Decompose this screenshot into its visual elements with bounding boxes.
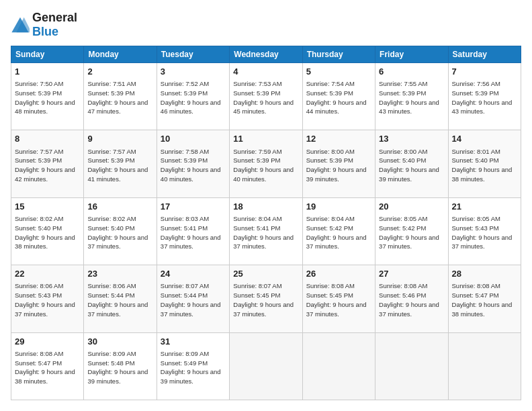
calendar-cell bbox=[448, 332, 521, 400]
calendar-cell: 3 Sunrise: 7:52 AMSunset: 5:39 PMDayligh… bbox=[157, 63, 229, 130]
day-info: Sunrise: 7:51 AMSunset: 5:39 PMDaylight:… bbox=[87, 80, 148, 115]
calendar-cell: 15 Sunrise: 8:02 AMSunset: 5:40 PMDaylig… bbox=[11, 197, 84, 265]
calendar-cell: 17 Sunrise: 8:03 AMSunset: 5:41 PMDaylig… bbox=[157, 197, 229, 265]
day-number: 18 bbox=[233, 201, 298, 213]
calendar-cell: 25 Sunrise: 8:07 AMSunset: 5:45 PMDaylig… bbox=[230, 265, 302, 332]
calendar-cell bbox=[375, 332, 448, 400]
day-info: Sunrise: 8:07 AMSunset: 5:44 PMDaylight:… bbox=[161, 282, 221, 317]
day-header-tuesday: Tuesday bbox=[157, 46, 229, 63]
day-info: Sunrise: 7:57 AMSunset: 5:39 PMDaylight:… bbox=[87, 148, 148, 183]
calendar-cell: 21 Sunrise: 8:05 AMSunset: 5:43 PMDaylig… bbox=[448, 197, 521, 265]
day-info: Sunrise: 7:59 AMSunset: 5:39 PMDaylight:… bbox=[233, 148, 294, 183]
day-info: Sunrise: 8:09 AMSunset: 5:49 PMDaylight:… bbox=[161, 350, 221, 385]
day-info: Sunrise: 7:53 AMSunset: 5:39 PMDaylight:… bbox=[233, 80, 294, 115]
day-header-thursday: Thursday bbox=[302, 46, 375, 63]
day-number: 28 bbox=[452, 268, 517, 280]
day-number: 27 bbox=[379, 268, 444, 280]
day-info: Sunrise: 8:07 AMSunset: 5:45 PMDaylight:… bbox=[233, 282, 294, 317]
day-number: 29 bbox=[15, 336, 80, 348]
day-number: 6 bbox=[379, 66, 444, 78]
page: General Blue SundayMondayTuesdayWednesda… bbox=[0, 0, 532, 411]
day-number: 30 bbox=[87, 336, 152, 348]
day-info: Sunrise: 8:02 AMSunset: 5:40 PMDaylight:… bbox=[15, 215, 75, 250]
calendar-cell: 4 Sunrise: 7:53 AMSunset: 5:39 PMDayligh… bbox=[230, 63, 302, 130]
calendar-cell: 6 Sunrise: 7:55 AMSunset: 5:39 PMDayligh… bbox=[375, 63, 448, 130]
calendar-cell: 22 Sunrise: 8:06 AMSunset: 5:43 PMDaylig… bbox=[11, 265, 84, 332]
calendar-cell: 18 Sunrise: 8:04 AMSunset: 5:41 PMDaylig… bbox=[230, 197, 302, 265]
day-number: 13 bbox=[379, 133, 444, 145]
day-number: 24 bbox=[161, 268, 226, 280]
day-info: Sunrise: 8:04 AMSunset: 5:42 PMDaylight:… bbox=[306, 215, 367, 250]
calendar-cell: 1 Sunrise: 7:50 AMSunset: 5:39 PMDayligh… bbox=[11, 63, 84, 130]
day-info: Sunrise: 8:08 AMSunset: 5:47 PMDaylight:… bbox=[452, 282, 513, 317]
day-number: 10 bbox=[161, 133, 226, 145]
day-number: 12 bbox=[306, 133, 371, 145]
calendar-cell: 20 Sunrise: 8:05 AMSunset: 5:42 PMDaylig… bbox=[375, 197, 448, 265]
calendar-cell: 24 Sunrise: 8:07 AMSunset: 5:44 PMDaylig… bbox=[157, 265, 229, 332]
day-info: Sunrise: 7:52 AMSunset: 5:39 PMDaylight:… bbox=[161, 80, 221, 115]
day-number: 5 bbox=[306, 66, 371, 78]
day-info: Sunrise: 7:58 AMSunset: 5:39 PMDaylight:… bbox=[161, 148, 221, 183]
logo-icon bbox=[11, 15, 30, 34]
logo: General Blue bbox=[11, 11, 77, 39]
calendar-cell: 19 Sunrise: 8:04 AMSunset: 5:42 PMDaylig… bbox=[302, 197, 375, 265]
day-number: 7 bbox=[452, 66, 517, 78]
day-header-friday: Friday bbox=[375, 46, 448, 63]
day-number: 20 bbox=[379, 201, 444, 213]
calendar-cell: 31 Sunrise: 8:09 AMSunset: 5:49 PMDaylig… bbox=[157, 332, 229, 400]
calendar-cell bbox=[230, 332, 302, 400]
calendar-cell: 29 Sunrise: 8:08 AMSunset: 5:47 PMDaylig… bbox=[11, 332, 84, 400]
day-number: 8 bbox=[15, 133, 80, 145]
calendar-cell: 8 Sunrise: 7:57 AMSunset: 5:39 PMDayligh… bbox=[11, 130, 84, 197]
calendar-cell: 28 Sunrise: 8:08 AMSunset: 5:47 PMDaylig… bbox=[448, 265, 521, 332]
calendar-cell: 12 Sunrise: 8:00 AMSunset: 5:39 PMDaylig… bbox=[302, 130, 375, 197]
calendar-cell: 27 Sunrise: 8:08 AMSunset: 5:46 PMDaylig… bbox=[375, 265, 448, 332]
calendar-cell: 11 Sunrise: 7:59 AMSunset: 5:39 PMDaylig… bbox=[230, 130, 302, 197]
day-number: 19 bbox=[306, 201, 371, 213]
calendar: SundayMondayTuesdayWednesdayThursdayFrid… bbox=[11, 46, 521, 400]
day-number: 25 bbox=[233, 268, 298, 280]
calendar-cell: 5 Sunrise: 7:54 AMSunset: 5:39 PMDayligh… bbox=[302, 63, 375, 130]
day-info: Sunrise: 7:54 AMSunset: 5:39 PMDaylight:… bbox=[306, 80, 367, 115]
calendar-cell: 7 Sunrise: 7:56 AMSunset: 5:39 PMDayligh… bbox=[448, 63, 521, 130]
day-info: Sunrise: 8:05 AMSunset: 5:43 PMDaylight:… bbox=[452, 215, 513, 250]
day-info: Sunrise: 8:06 AMSunset: 5:43 PMDaylight:… bbox=[15, 282, 75, 317]
day-info: Sunrise: 8:02 AMSunset: 5:40 PMDaylight:… bbox=[87, 215, 148, 250]
day-number: 3 bbox=[161, 66, 226, 78]
day-info: Sunrise: 8:03 AMSunset: 5:41 PMDaylight:… bbox=[161, 215, 221, 250]
day-number: 2 bbox=[87, 66, 152, 78]
day-number: 15 bbox=[15, 201, 80, 213]
day-info: Sunrise: 8:05 AMSunset: 5:42 PMDaylight:… bbox=[379, 215, 439, 250]
day-header-wednesday: Wednesday bbox=[230, 46, 302, 63]
day-info: Sunrise: 8:09 AMSunset: 5:48 PMDaylight:… bbox=[87, 350, 148, 385]
day-info: Sunrise: 8:04 AMSunset: 5:41 PMDaylight:… bbox=[233, 215, 294, 250]
day-number: 16 bbox=[87, 201, 152, 213]
day-number: 4 bbox=[233, 66, 298, 78]
day-number: 21 bbox=[452, 201, 517, 213]
logo-text: General Blue bbox=[32, 11, 77, 39]
calendar-cell: 10 Sunrise: 7:58 AMSunset: 5:39 PMDaylig… bbox=[157, 130, 229, 197]
day-header-sunday: Sunday bbox=[11, 46, 84, 63]
calendar-cell: 9 Sunrise: 7:57 AMSunset: 5:39 PMDayligh… bbox=[84, 130, 157, 197]
calendar-cell: 2 Sunrise: 7:51 AMSunset: 5:39 PMDayligh… bbox=[84, 63, 157, 130]
day-number: 14 bbox=[452, 133, 517, 145]
day-header-saturday: Saturday bbox=[448, 46, 521, 63]
calendar-cell: 16 Sunrise: 8:02 AMSunset: 5:40 PMDaylig… bbox=[84, 197, 157, 265]
day-header-monday: Monday bbox=[84, 46, 157, 63]
day-number: 1 bbox=[15, 66, 80, 78]
day-info: Sunrise: 7:56 AMSunset: 5:39 PMDaylight:… bbox=[452, 80, 513, 115]
day-number: 26 bbox=[306, 268, 371, 280]
day-number: 31 bbox=[161, 336, 226, 348]
day-info: Sunrise: 7:57 AMSunset: 5:39 PMDaylight:… bbox=[15, 148, 75, 183]
day-info: Sunrise: 8:01 AMSunset: 5:40 PMDaylight:… bbox=[452, 148, 513, 183]
calendar-cell: 30 Sunrise: 8:09 AMSunset: 5:48 PMDaylig… bbox=[84, 332, 157, 400]
calendar-cell: 26 Sunrise: 8:08 AMSunset: 5:45 PMDaylig… bbox=[302, 265, 375, 332]
header: General Blue bbox=[11, 11, 521, 39]
day-info: Sunrise: 8:00 AMSunset: 5:39 PMDaylight:… bbox=[306, 148, 367, 183]
day-info: Sunrise: 8:08 AMSunset: 5:47 PMDaylight:… bbox=[15, 350, 75, 385]
calendar-cell: 14 Sunrise: 8:01 AMSunset: 5:40 PMDaylig… bbox=[448, 130, 521, 197]
day-number: 9 bbox=[87, 133, 152, 145]
day-info: Sunrise: 8:00 AMSunset: 5:40 PMDaylight:… bbox=[379, 148, 439, 183]
calendar-cell: 13 Sunrise: 8:00 AMSunset: 5:40 PMDaylig… bbox=[375, 130, 448, 197]
calendar-cell bbox=[302, 332, 375, 400]
